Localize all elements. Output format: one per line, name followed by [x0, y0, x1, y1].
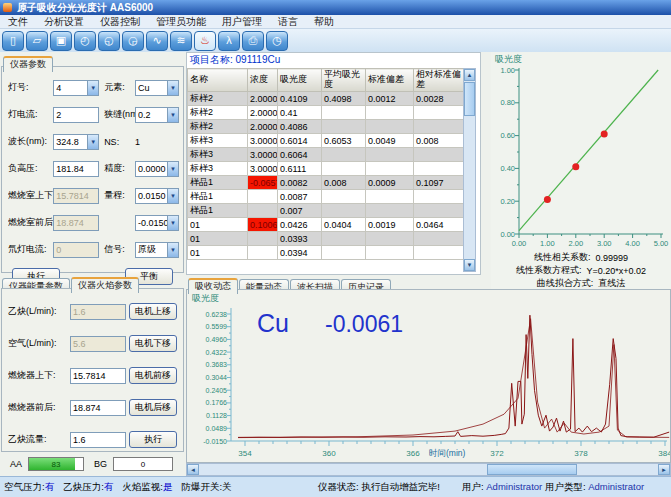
- dropdown-arrow-icon[interactable]: ▼: [167, 243, 178, 257]
- scroll-left-icon[interactable]: ◄: [187, 464, 199, 475]
- title-bar: 原子吸收分光光度计 AAS6000: [0, 0, 671, 15]
- menu-instrument-control[interactable]: 仪器控制: [92, 15, 148, 29]
- table-row[interactable]: 标样22.000000.41090.40980.00120.0028: [188, 92, 464, 106]
- column-header[interactable]: 名称: [188, 69, 248, 92]
- table-row[interactable]: 010.0393: [188, 232, 464, 246]
- sample-name-cell: 标样3: [188, 162, 248, 176]
- precision[interactable]: 0.0000▼: [135, 161, 179, 177]
- print-button[interactable]: ⎙: [242, 31, 264, 51]
- tab-absorbance-dynamic[interactable]: 吸收动态: [188, 278, 238, 294]
- param-row: 氘灯电流:0信号:原级▼: [8, 241, 179, 258]
- menu-analysis-settings[interactable]: 分析设置: [36, 15, 92, 29]
- flame-param-row: 燃烧器前后:18.874电机后移: [8, 399, 177, 416]
- menu-language[interactable]: 语言: [270, 15, 306, 29]
- motor-up-button[interactable]: 电机上移: [129, 303, 177, 320]
- spectrum-scrollbar[interactable]: ◄ ►: [186, 463, 671, 476]
- new-file-button[interactable]: ▯: [2, 31, 24, 51]
- value-cell: [414, 246, 464, 260]
- table-row[interactable]: 样品1-0.06570.00820.0080.00090.1097: [188, 176, 464, 190]
- scroll-up-icon[interactable]: ▲: [464, 69, 475, 81]
- status-flags: 空气压力:有乙炔压力:有火焰监视:是防爆开关:关: [4, 481, 232, 494]
- burner-horizontal[interactable]: 18.874: [70, 400, 126, 416]
- pmt-voltage[interactable]: 181.84: [53, 161, 99, 177]
- range-upper[interactable]: 0.0150▼: [135, 188, 179, 204]
- table-row[interactable]: 标样33.000000.6111: [188, 162, 464, 176]
- slit-width-value: 0.2: [136, 110, 167, 120]
- meter-gain-icon: ◵: [104, 35, 114, 46]
- table-row[interactable]: 标样22.000000.41: [188, 106, 464, 120]
- param-label: 量程:: [99, 189, 135, 202]
- scroll-down-icon[interactable]: ▼: [464, 259, 475, 271]
- param-label: 波长(nm):: [8, 135, 53, 148]
- dropdown-arrow-icon[interactable]: ▼: [167, 108, 178, 122]
- menu-admin-functions[interactable]: 管理员功能: [148, 15, 214, 29]
- flame-param-label: 乙炔流量:: [8, 433, 70, 446]
- signal-type[interactable]: 原级▼: [135, 242, 179, 258]
- table-row[interactable]: 010.10060.04260.04040.00190.0464: [188, 218, 464, 232]
- flame-execute-button[interactable]: 执行: [129, 431, 177, 448]
- usertype-label: 用户类型:: [545, 481, 586, 492]
- motor-backward-button[interactable]: 电机后移: [129, 399, 177, 416]
- burner-vertical[interactable]: 15.7814: [70, 368, 126, 384]
- slit-width[interactable]: 0.2▼: [135, 107, 179, 123]
- column-header[interactable]: 相对标准偏差: [414, 69, 464, 92]
- wavelength-button[interactable]: λ: [218, 31, 240, 51]
- lamp-current[interactable]: 2: [53, 107, 99, 123]
- column-header[interactable]: 浓度: [248, 69, 278, 92]
- value-cell: 0.008: [414, 134, 464, 148]
- element[interactable]: Cu▼: [135, 80, 179, 96]
- equation-value: Y=0.20*x+0.02: [586, 266, 646, 276]
- dropdown-arrow-icon[interactable]: ▼: [167, 216, 178, 230]
- column-header[interactable]: 平均吸光度: [322, 69, 366, 92]
- wavelength[interactable]: 324.8▼: [53, 134, 99, 150]
- column-header[interactable]: 标准偏差: [366, 69, 414, 92]
- acetylene-rate-value: 1.6: [71, 435, 125, 445]
- ignite-button[interactable]: ♨: [194, 31, 216, 51]
- peak-scan-button[interactable]: ∿: [146, 31, 168, 51]
- table-row[interactable]: 010.0394: [188, 246, 464, 260]
- burner-chamber-frontback-value: 18.874: [54, 218, 98, 228]
- flame-tabs: 仪器能量参数仪器火焰参数: [2, 274, 140, 288]
- tab-flame-params[interactable]: 仪器火焰参数: [71, 277, 139, 293]
- dropdown-arrow-icon[interactable]: ▼: [167, 162, 178, 176]
- peak-icon: ∿: [152, 35, 161, 46]
- dropdown-arrow-icon[interactable]: ▼: [87, 135, 98, 149]
- scrollbar-thumb[interactable]: [464, 82, 475, 116]
- project-name-label: 项目名称:: [190, 54, 233, 65]
- param-label: 负高压:: [8, 162, 53, 175]
- table-row[interactable]: 标样22.000000.4086: [188, 120, 464, 134]
- table-scrollbar[interactable]: ▲ ▼: [463, 68, 476, 272]
- scrollbar-thumb[interactable]: [487, 464, 577, 475]
- zero-adjust-button[interactable]: ◴: [74, 31, 96, 51]
- open-file-button[interactable]: ▱: [26, 31, 48, 51]
- menu-file[interactable]: 文件: [0, 15, 36, 29]
- column-header[interactable]: 吸光度: [278, 69, 322, 92]
- table-row[interactable]: 标样33.000000.60140.60530.00490.008: [188, 134, 464, 148]
- param-label: 狭缝(nm):: [99, 108, 135, 121]
- user-value: Administrator: [486, 481, 542, 492]
- menu-help[interactable]: 帮助: [306, 15, 342, 29]
- lamp-number[interactable]: 4▼: [53, 80, 99, 96]
- table-row[interactable]: 样品10.007: [188, 204, 464, 218]
- value-cell: [248, 246, 278, 260]
- table-row[interactable]: 标样33.000000.6064: [188, 148, 464, 162]
- results-table-wrap: 名称浓度吸光度平均吸光度标准偏差相对标准偏差标样22.000000.41090.…: [187, 68, 463, 272]
- timer-button[interactable]: ◷: [266, 31, 288, 51]
- range-lower[interactable]: -0.0150▼: [135, 215, 179, 231]
- motor-down-button[interactable]: 电机下移: [129, 335, 177, 352]
- dropdown-arrow-icon[interactable]: ▼: [167, 189, 178, 203]
- acetylene-rate[interactable]: 1.6: [70, 432, 126, 448]
- dropdown-arrow-icon[interactable]: ▼: [87, 81, 98, 95]
- burner-adjust-button[interactable]: ≋: [170, 31, 192, 51]
- pmt-voltage-value: 181.84: [54, 164, 98, 174]
- status-flag-label: 乙炔压力:: [63, 481, 104, 492]
- menu-user-management[interactable]: 用户管理: [214, 15, 270, 29]
- motor-forward-button[interactable]: 电机前移: [129, 367, 177, 384]
- scroll-right-icon[interactable]: ►: [658, 464, 670, 475]
- energy-meter-button[interactable]: ◶: [122, 31, 144, 51]
- dropdown-arrow-icon[interactable]: ▼: [167, 81, 178, 95]
- table-row[interactable]: 样品10.0087: [188, 190, 464, 204]
- save-button[interactable]: ▣: [50, 31, 72, 51]
- tab-instrument-params[interactable]: 仪器参数: [3, 56, 53, 72]
- gain-adjust-button[interactable]: ◵: [98, 31, 120, 51]
